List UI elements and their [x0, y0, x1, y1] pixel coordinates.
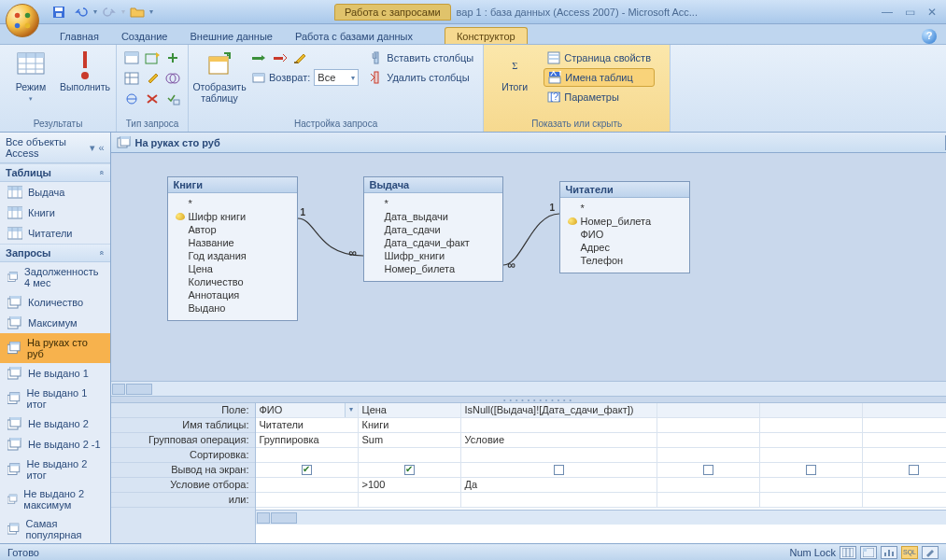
nav-collapse-icon[interactable]: «	[98, 142, 104, 154]
delete-row-icon[interactable]	[270, 49, 289, 67]
table-field[interactable]: Количество	[176, 275, 289, 288]
nav-query-item[interactable]: Не выдано 1 итог	[0, 384, 110, 413]
show-checkbox[interactable]	[703, 465, 713, 475]
qbe-cell[interactable]	[359, 448, 461, 462]
insert-row-icon[interactable]	[248, 49, 267, 67]
horizontal-scrollbar[interactable]	[111, 381, 947, 396]
qbe-cell[interactable]	[657, 433, 760, 447]
table-field[interactable]: Дата_сдачи_факт	[372, 236, 495, 249]
insert-columns-button[interactable]: u Вставить столбцы	[366, 49, 477, 67]
show-checkbox[interactable]	[554, 465, 564, 475]
show-checkbox[interactable]	[909, 465, 919, 475]
redo-dropdown-icon[interactable]: ▾	[121, 7, 125, 16]
nav-query-item[interactable]: Не выдано 2 -1	[0, 434, 110, 455]
maximize-button[interactable]: ▭	[901, 6, 918, 19]
view-button[interactable]: Режим ▾	[6, 49, 56, 104]
save-icon[interactable]	[49, 2, 69, 22]
return-combo[interactable]: Все	[314, 69, 359, 86]
table-issue[interactable]: Выдача * Дата_выдачиДата_сдачиДата_сдачи…	[363, 176, 503, 282]
table-readers[interactable]: Читатели * Номер_билетаФИОАдресТелефон	[559, 181, 690, 273]
qbe-cell[interactable]	[760, 418, 863, 432]
qbe-horizontal-scrollbar[interactable]	[256, 510, 947, 525]
table-field[interactable]: Адрес	[568, 241, 682, 254]
qbe-cell[interactable]	[863, 433, 947, 447]
table-field[interactable]: Цена	[176, 262, 289, 275]
tab-designer[interactable]: Конструктор	[445, 27, 528, 44]
table-names-button[interactable]: XYZ Имена таблиц	[544, 68, 655, 87]
nav-header[interactable]: Все объекты Access ▾«	[0, 133, 110, 163]
qbe-cell[interactable]	[657, 463, 760, 477]
nav-query-item[interactable]: Задолженность 4 мес	[0, 262, 110, 292]
pivot-table-view-icon[interactable]	[860, 546, 877, 559]
table-field[interactable]: Шифр_книги	[372, 249, 495, 262]
table-field[interactable]: Автор	[176, 223, 289, 236]
open-folder-icon[interactable]	[127, 2, 148, 22]
qbe-cell[interactable]	[461, 493, 657, 507]
asterisk-field[interactable]: *	[176, 197, 289, 210]
qbe-cell[interactable]	[760, 403, 863, 417]
qbe-cell[interactable]: Группировка	[256, 433, 359, 447]
table-field[interactable]: ФИО	[568, 228, 682, 241]
qbe-cell[interactable]: Читатели	[256, 418, 359, 432]
qbe-cell[interactable]	[657, 493, 760, 507]
qa-customize-icon[interactable]: ▾	[149, 7, 153, 16]
table-field[interactable]: Дата_выдачи	[372, 210, 495, 223]
nav-query-item[interactable]: Количество	[0, 292, 110, 313]
minimize-button[interactable]: —	[879, 6, 896, 19]
table-field[interactable]: Шифр книги	[176, 210, 289, 223]
union-query-icon[interactable]	[163, 69, 182, 88]
table-field[interactable]: Год издания	[176, 249, 289, 262]
query-designer-canvas[interactable]: Книги * Шифр книгиАвторНазваниеГод издан…	[111, 153, 947, 396]
qbe-cell[interactable]: >100	[359, 478, 461, 492]
nav-query-item[interactable]: Не выдано 1	[0, 363, 110, 384]
passthrough-icon[interactable]	[122, 90, 141, 108]
update-query-icon[interactable]	[143, 69, 162, 88]
dropdown-icon[interactable]: ▾	[345, 403, 358, 417]
table-field[interactable]: Дата_сдачи	[372, 223, 495, 236]
asterisk-field[interactable]: *	[372, 197, 495, 210]
tab-database-tools[interactable]: Работа с базами данных	[284, 28, 424, 44]
qbe-cell[interactable]: IsNull([Выдача]![Дата_сдачи_факт])	[461, 403, 657, 417]
builder-icon[interactable]	[291, 49, 310, 67]
qbe-cell[interactable]	[863, 448, 947, 462]
qbe-cell[interactable]	[256, 448, 359, 462]
qbe-cell[interactable]	[359, 493, 461, 507]
qbe-cell[interactable]	[760, 463, 863, 477]
table-field[interactable]: Выдано	[176, 301, 289, 315]
make-table-icon[interactable]	[143, 49, 162, 67]
tab-create[interactable]: Создание	[110, 28, 179, 44]
nav-query-item[interactable]: На руках сто руб	[0, 333, 110, 363]
table-field[interactable]: Название	[176, 236, 289, 249]
append-query-icon[interactable]	[163, 49, 182, 67]
select-query-icon[interactable]	[122, 49, 141, 67]
nav-query-item[interactable]: Не выдано 2 итог	[0, 455, 110, 484]
qbe-cell[interactable]	[461, 448, 657, 462]
redo-icon[interactable]	[99, 2, 120, 22]
qbe-cell[interactable]	[657, 403, 760, 417]
qbe-cell[interactable]	[461, 463, 657, 477]
qbe-cell[interactable]	[657, 478, 760, 492]
nav-query-item[interactable]: Не выдано 2	[0, 413, 110, 434]
qbe-cell[interactable]	[863, 463, 947, 477]
nav-dropdown-icon[interactable]: ▾	[90, 142, 95, 154]
pane-splitter[interactable]: • • • • • • • • • • • •	[111, 396, 947, 403]
qbe-cell[interactable]: Sum	[359, 433, 461, 447]
help-icon[interactable]: ?	[922, 29, 937, 44]
table-field[interactable]: Телефон	[568, 254, 682, 267]
tab-external-data[interactable]: Внешние данные	[179, 28, 284, 44]
nav-query-item[interactable]: Самая популярная	[0, 514, 110, 543]
qbe-cell[interactable]	[461, 418, 657, 432]
show-checkbox[interactable]	[404, 465, 415, 475]
qbe-cell[interactable]: Условие	[461, 433, 657, 447]
table-field[interactable]: Номер_билета	[568, 215, 682, 228]
nav-query-item[interactable]: Максимум	[0, 313, 110, 333]
undo-dropdown-icon[interactable]: ▾	[93, 7, 97, 16]
show-checkbox[interactable]	[806, 465, 816, 475]
qbe-cell[interactable]	[863, 493, 947, 507]
qbe-cell[interactable]	[256, 463, 359, 477]
design-view-icon[interactable]	[922, 546, 939, 559]
undo-icon[interactable]	[71, 2, 92, 22]
pivot-chart-view-icon[interactable]	[881, 546, 897, 559]
table-field[interactable]: Аннотация	[176, 288, 289, 301]
nav-group-queries[interactable]: Запросы	[0, 244, 110, 262]
